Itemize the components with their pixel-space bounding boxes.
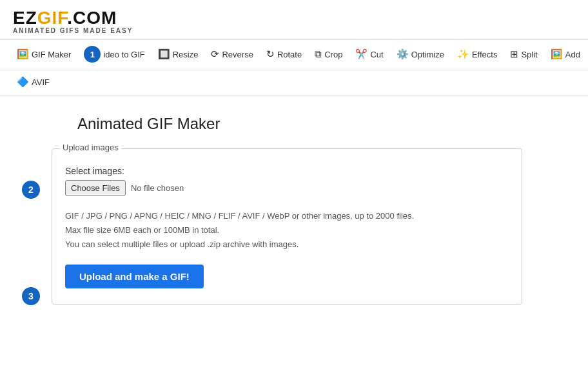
nav-label-cut: Cut [370, 50, 383, 59]
nav-item-reverse[interactable]: ⟳ Reverse [204, 43, 259, 68]
nav-label-split: Split [521, 50, 537, 59]
upload-info: GIF / JPG / PNG / APNG / HEIC / MNG / FL… [65, 209, 509, 252]
header: EZGIF.COM ANIMATED GIFS MADE EASY [0, 0, 588, 40]
upload-legend: Upload images [60, 143, 121, 152]
nav-label-crop: Crop [324, 50, 342, 59]
nav-label-video-to-gif: ideo to GIF [103, 50, 144, 59]
gif-maker-icon: 🖼️ [17, 48, 29, 60]
add-icon: 🖼️ [551, 48, 563, 60]
top-nav: 🖼️ GIF Maker 1 ideo to GIF 🔲 Resize ⟳ Re… [0, 40, 588, 70]
resize-icon: 🔲 [158, 48, 170, 60]
split-icon: ⊞ [510, 48, 518, 60]
upload-fieldset: Upload images Select images: Choose File… [52, 148, 522, 305]
nav-label-resize: Resize [173, 50, 199, 59]
avif-icon: 🔷 [17, 76, 29, 88]
info-line2: Max file size 6MB each or 100MB in total… [65, 223, 509, 237]
nav-label-optimize: Optimize [411, 50, 444, 59]
nav-item-resize[interactable]: 🔲 Resize [152, 43, 205, 68]
crop-icon: ⧉ [315, 48, 322, 60]
info-line3: You can select multiple files or upload … [65, 237, 509, 252]
select-section: Select images: Choose Files No file chos… [65, 166, 509, 196]
nav-item-crop[interactable]: ⧉ Crop [308, 43, 349, 68]
effects-icon: ✨ [457, 48, 469, 60]
rotate-icon: ↻ [266, 48, 275, 60]
nav-item-avif[interactable]: 🔷 AVIF [10, 70, 56, 95]
step2-badge: 2 [22, 181, 40, 199]
step2-container: 2 [22, 181, 40, 199]
no-file-text: No file chosen [131, 183, 184, 193]
nav-label-add: Add [565, 50, 580, 59]
page-title: Animated GIF Maker [13, 115, 575, 133]
nav-row-2: 🔷 AVIF [0, 70, 588, 95]
logo-com: .COM [67, 8, 117, 28]
main-content: Animated GIF Maker 2 3 Upload images Sel… [0, 95, 588, 324]
nav-item-rotate[interactable]: ↻ Rotate [260, 43, 308, 68]
nav-label-gif-maker: GIF Maker [32, 50, 71, 59]
nav-label-rotate: Rotate [277, 50, 302, 59]
info-line1: GIF / JPG / PNG / APNG / HEIC / MNG / FL… [65, 209, 509, 223]
upload-area-wrapper: 2 3 Upload images Select images: Choose … [52, 148, 575, 305]
nav-label-effects: Effects [472, 50, 498, 59]
nav-item-add[interactable]: 🖼️ Add [544, 43, 587, 68]
choose-files-button[interactable]: Choose Files [65, 180, 126, 196]
step3-container: 3 [22, 287, 40, 305]
step3-badge: 3 [22, 287, 40, 305]
logo-sub: ANIMATED GIFS MADE EASY [13, 27, 575, 34]
upload-button[interactable]: Upload and make a GIF! [65, 265, 204, 288]
nav-item-effects[interactable]: ✨ Effects [451, 43, 504, 68]
nav-label-reverse: Reverse [222, 50, 253, 59]
nav-item-video-to-gif[interactable]: 1 ideo to GIF [77, 40, 151, 70]
nav-item-split[interactable]: ⊞ Split [504, 43, 544, 68]
nav-item-cut[interactable]: ✂️ Cut [349, 43, 389, 68]
cut-icon: ✂️ [355, 48, 368, 60]
step1-badge: 1 [84, 46, 101, 63]
nav-label-avif: AVIF [32, 77, 50, 87]
nav-item-optimize[interactable]: ⚙️ Optimize [390, 43, 451, 68]
reverse-icon: ⟳ [211, 48, 219, 60]
optimize-icon: ⚙️ [397, 48, 409, 60]
logo: EZGIF.COM [13, 8, 575, 28]
select-label: Select images: [65, 166, 509, 176]
nav-item-gif-maker[interactable]: 🖼️ GIF Maker [10, 43, 77, 68]
logo-ez: EZ [13, 8, 37, 28]
file-input-row: Choose Files No file chosen [65, 180, 509, 196]
logo-gif: GIF [37, 8, 68, 28]
